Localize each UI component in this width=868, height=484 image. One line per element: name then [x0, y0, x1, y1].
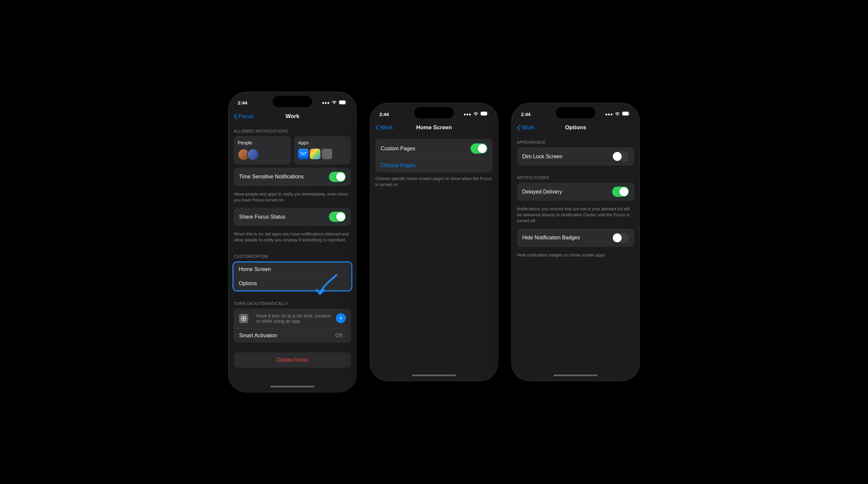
nav-title-1: Work — [285, 113, 299, 120]
hide-badges-row: Hide Notification Badges — [517, 229, 634, 247]
status-icons-3: ●●● — [605, 111, 630, 117]
signal-icon: ●●● — [322, 100, 330, 105]
hide-badges-toggle[interactable] — [612, 233, 629, 243]
people-card[interactable]: People › — [234, 136, 291, 165]
status-time-1: 2:44 — [238, 100, 247, 106]
smart-chevron: › — [344, 333, 346, 338]
wifi-icon-3 — [615, 112, 620, 117]
nav-title-2: Home Screen — [416, 124, 452, 131]
status-time-2: 2:44 — [379, 111, 389, 117]
people-apps-row: People › Apps › — [228, 136, 356, 168]
choose-pages-text: Choose Pages — [381, 163, 415, 168]
mail-icon — [298, 149, 309, 159]
toggle-knob-2 — [336, 212, 345, 221]
allowed-notif-header: ALLOWED NOTIFICATIONS — [228, 122, 356, 136]
smart-activation-value: Off — [335, 333, 342, 339]
signal-icon-2: ●●● — [463, 112, 471, 117]
custom-pages-card: Custom Pages Choose Pages — [375, 139, 493, 172]
delayed-delivery-row: Delayed Delivery — [517, 183, 634, 201]
wifi-icon — [332, 100, 337, 105]
battery-icon-3 — [622, 111, 630, 117]
app-icons — [298, 149, 347, 159]
auto-hint-row[interactable]: Have it turn on at a set time, location … — [234, 309, 351, 329]
home-screen-chevron: › — [344, 267, 346, 272]
share-focus-label: Share Focus Status — [239, 214, 329, 220]
apps-label: Apps › — [298, 140, 347, 145]
dim-lock-card: Dim Lock Screen — [517, 147, 634, 166]
custom-pages-toggle[interactable] — [470, 143, 487, 154]
time-sensitive-row: Time Sensitive Notifications — [234, 168, 351, 186]
back-button-3[interactable]: Work — [517, 124, 534, 131]
home-indicator-2 — [370, 370, 498, 381]
smart-activation-row[interactable]: Smart Activation Off › — [234, 329, 351, 343]
notifications-header: NOTIFICATIONS — [512, 169, 640, 183]
custom-pages-row: Custom Pages — [375, 139, 493, 159]
blue-arrow — [313, 268, 343, 298]
delayed-delivery-desc: Notifications you receive that are not i… — [512, 204, 640, 229]
status-icons-2: ●●● — [463, 111, 489, 117]
time-sensitive-card: Time Sensitive Notifications — [234, 168, 351, 186]
location-icon — [239, 314, 248, 323]
hide-badges-desc: Hide notification badges on home screen … — [512, 250, 640, 263]
home-indicator-1 — [228, 381, 356, 392]
time-sensitive-toggle[interactable] — [329, 172, 346, 182]
auto-hint-label: Have it turn on at a set time, location … — [256, 313, 336, 324]
battery-icon-2 — [480, 111, 489, 117]
home-indicator-3 — [512, 370, 640, 381]
photos-icon — [310, 149, 320, 159]
share-focus-desc: When this is on, tell apps you have noti… — [228, 229, 356, 248]
nav-bar-1: Focus Work — [228, 109, 356, 122]
custom-pages-desc: Choose specific home screen pages to sho… — [370, 172, 498, 192]
notifications-card: Delayed Delivery — [517, 183, 634, 201]
content-1: ALLOWED NOTIFICATIONS People › Apps › — [228, 122, 356, 381]
delayed-delivery-toggle[interactable] — [612, 187, 629, 197]
content-2: Custom Pages Choose Pages Choose specifi… — [370, 134, 498, 370]
share-focus-card: Share Focus Status — [234, 208, 351, 226]
smart-activation-label: Smart Activation — [239, 333, 335, 339]
hide-badges-card: Hide Notification Badges — [517, 229, 634, 247]
apps-chevron: › — [310, 140, 311, 145]
options-chevron: › — [344, 281, 346, 286]
toggle-knob — [336, 172, 345, 181]
add-button[interactable]: + — [336, 313, 346, 323]
dynamic-island-1 — [273, 96, 312, 107]
nav-title-3: Options — [565, 124, 586, 131]
toggle-knob-3 — [478, 144, 487, 153]
phone-1: 2:44 ●●● Focus Work ALLOWED NOTIFICATION… — [228, 92, 356, 393]
home-bar-1 — [270, 386, 314, 388]
auto-card: Have it turn on at a set time, location … — [234, 309, 351, 343]
customization-header: CUSTOMIZATION — [228, 248, 356, 261]
svg-point-3 — [243, 317, 245, 319]
battery-icon — [339, 100, 347, 106]
toggle-knob-5 — [619, 187, 628, 196]
toggle-knob-6 — [613, 233, 622, 242]
svg-rect-6 — [481, 112, 487, 115]
back-label-3: Work — [522, 124, 534, 131]
dim-lock-label: Dim Lock Screen — [522, 154, 612, 160]
svg-rect-1 — [339, 101, 345, 104]
delete-card: Delete Focus — [234, 352, 351, 368]
apps-card[interactable]: Apps › — [294, 136, 351, 165]
spacer — [228, 346, 356, 352]
custom-pages-label: Custom Pages — [381, 146, 415, 152]
people-avatars — [238, 149, 287, 161]
status-icons-1: ●●● — [322, 100, 347, 106]
home-bar-2 — [412, 374, 456, 376]
share-focus-row: Share Focus Status — [234, 208, 351, 226]
delayed-delivery-label: Delayed Delivery — [522, 189, 612, 195]
avatar-2 — [247, 149, 259, 161]
choose-pages-link[interactable]: Choose Pages — [375, 159, 493, 172]
dim-lock-row: Dim Lock Screen — [517, 147, 634, 166]
back-button-1[interactable]: Focus — [234, 113, 253, 120]
delete-focus-button[interactable]: Delete Focus — [234, 352, 351, 368]
time-sensitive-desc: Allow people and apps to notify you imme… — [228, 189, 356, 208]
svg-rect-8 — [622, 112, 629, 115]
people-chevron: › — [253, 140, 255, 145]
hide-badges-label: Hide Notification Badges — [522, 235, 612, 241]
content-3: APPEARANCE Dim Lock Screen NOTIFICATIONS… — [512, 134, 640, 370]
dim-lock-toggle[interactable] — [612, 151, 629, 162]
nav-bar-3: Work Options — [512, 120, 640, 134]
share-focus-toggle[interactable] — [329, 212, 346, 222]
appearance-header: APPEARANCE — [512, 134, 640, 147]
back-button-2[interactable]: Work — [375, 124, 393, 131]
